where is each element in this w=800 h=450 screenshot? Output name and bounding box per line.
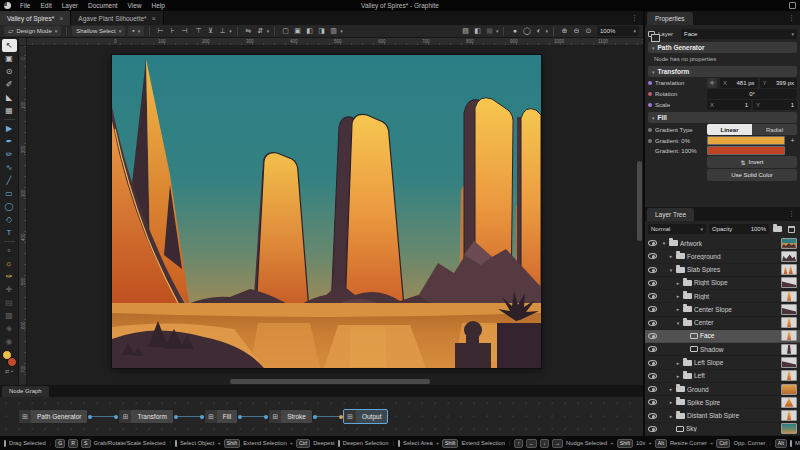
layer-tree-menu-dots-icon[interactable]: ⋮ bbox=[783, 207, 800, 221]
blend-mode-dropdown[interactable]: Normal ▾ bbox=[648, 224, 706, 234]
align-bottom-icon[interactable]: ⊥ bbox=[217, 26, 228, 36]
layer-row[interactable]: ▸Foreground bbox=[645, 250, 800, 263]
layer-name-dropdown[interactable]: Face ▾ bbox=[681, 29, 797, 39]
layer-row[interactable]: ▸Right Slope bbox=[645, 277, 800, 290]
visibility-toggle-icon[interactable] bbox=[648, 240, 657, 246]
visibility-toggle-icon[interactable] bbox=[648, 267, 657, 273]
flip-horizontal-icon[interactable]: ⇋ bbox=[243, 26, 254, 36]
layer-row[interactable]: ▾Artwork bbox=[645, 237, 800, 250]
expand-caret-icon[interactable]: ▸ bbox=[675, 280, 681, 286]
radial-option[interactable]: Radial bbox=[752, 124, 797, 135]
use-solid-color-button[interactable]: Use Solid Color bbox=[707, 169, 797, 181]
rotation-field[interactable]: 0° bbox=[707, 89, 797, 99]
zoom-level-dropdown[interactable]: 100% ▾ bbox=[597, 26, 639, 36]
input-dot-icon[interactable] bbox=[648, 103, 652, 107]
new-folder-icon[interactable] bbox=[772, 224, 783, 234]
swap-colors-icon[interactable]: ⇄ bbox=[5, 368, 9, 374]
scale-x-field[interactable]: X 1 bbox=[707, 100, 751, 110]
chevron-down-icon[interactable]: ▾ bbox=[267, 28, 270, 34]
input-dot-icon[interactable] bbox=[648, 92, 652, 96]
menu-file[interactable]: File bbox=[15, 0, 35, 11]
expand-caret-icon[interactable]: ▾ bbox=[661, 240, 667, 246]
spline-tool[interactable]: ∿ bbox=[2, 161, 17, 174]
opacity-slider[interactable]: Opacity 100% bbox=[709, 224, 769, 234]
visibility-toggle-icon[interactable] bbox=[648, 346, 657, 352]
visibility-toggle-icon[interactable] bbox=[648, 293, 657, 299]
boolean-difference-icon[interactable]: ▥ bbox=[328, 26, 339, 36]
input-dot-icon[interactable] bbox=[648, 139, 652, 143]
gradient-stop0-swatch[interactable] bbox=[707, 136, 785, 145]
ellipse-tool[interactable]: ◯ bbox=[2, 200, 17, 213]
properties-menu-dots-icon[interactable]: ⋮ bbox=[783, 11, 800, 25]
expand-caret-icon[interactable]: ▾ bbox=[668, 267, 674, 273]
section-transform[interactable]: ▾ Transform bbox=[648, 66, 797, 77]
expand-caret-icon[interactable]: ▸ bbox=[675, 360, 681, 366]
artboard[interactable] bbox=[112, 55, 541, 368]
canvas-area[interactable] bbox=[27, 46, 643, 385]
pen-tool[interactable]: ✒ bbox=[2, 135, 17, 148]
close-tab-icon[interactable]: × bbox=[152, 15, 156, 22]
node-output[interactable]: ⊞Output bbox=[343, 409, 389, 424]
menu-help[interactable]: Help bbox=[147, 0, 170, 11]
expand-caret-icon[interactable]: ▸ bbox=[668, 413, 674, 419]
view-mode-pixels-icon[interactable]: ◐ bbox=[533, 26, 544, 36]
artboard-tool[interactable]: ▣ bbox=[2, 52, 17, 65]
visibility-toggle-icon[interactable] bbox=[648, 253, 657, 259]
visibility-toggle-icon[interactable] bbox=[648, 280, 657, 286]
boolean-intersect-icon[interactable]: ◨ bbox=[316, 26, 327, 36]
scale-y-field[interactable]: Y 1 bbox=[753, 100, 797, 110]
frame-tool[interactable]: ▫ bbox=[2, 244, 17, 257]
document-tab[interactable]: Agave Plant Silhouette*× bbox=[71, 11, 163, 25]
graphite-logo-icon[interactable] bbox=[4, 2, 11, 9]
eyedropper-tool[interactable]: ✐ bbox=[2, 78, 17, 91]
layer-row[interactable]: Face bbox=[645, 330, 800, 343]
visibility-toggle-icon[interactable] bbox=[648, 373, 657, 379]
node-transform[interactable]: ⊞Transform bbox=[118, 409, 173, 424]
gradient-tool[interactable]: ▦ bbox=[2, 104, 17, 117]
node-stroke[interactable]: ⊞Stroke bbox=[268, 409, 313, 424]
menu-layer[interactable]: Layer bbox=[57, 0, 83, 11]
input-dot-icon[interactable] bbox=[648, 81, 652, 85]
linear-option[interactable]: Linear bbox=[707, 124, 752, 135]
menu-document[interactable]: Document bbox=[83, 0, 123, 11]
navigate-tool[interactable]: ⊙ bbox=[2, 65, 17, 78]
view-mode-normal-icon[interactable]: ● bbox=[509, 26, 520, 36]
horizontal-ruler[interactable]: 0100200300400500600700800900100011001200 bbox=[27, 38, 643, 46]
layer-row[interactable]: Sky bbox=[645, 423, 800, 436]
menu-view[interactable]: View bbox=[123, 0, 147, 11]
input-dot-icon[interactable] bbox=[648, 128, 652, 132]
align-left-icon[interactable]: ⊢ bbox=[155, 26, 166, 36]
expand-caret-icon[interactable]: ▸ bbox=[668, 399, 674, 405]
canvas-menu-dots-icon[interactable]: ⋮ bbox=[626, 11, 643, 25]
section-path-generator[interactable]: ▾ Path Generator bbox=[648, 42, 797, 53]
visibility-toggle-icon[interactable] bbox=[648, 333, 657, 339]
expand-caret-icon[interactable]: ▸ bbox=[668, 386, 674, 392]
selection-mode-dropdown[interactable]: Shallow Select ▾ bbox=[72, 26, 125, 36]
layer-row[interactable]: ▸Distant Slab Spire bbox=[645, 409, 800, 422]
path-tool[interactable]: ▶ bbox=[2, 122, 17, 135]
horizontal-scrollbar[interactable] bbox=[230, 379, 430, 384]
grid-toggle-icon[interactable]: ▦ bbox=[484, 26, 495, 36]
layer-row[interactable]: ▾Slab Spires bbox=[645, 264, 800, 277]
expand-caret-icon[interactable]: ▸ bbox=[675, 306, 681, 312]
flip-vertical-icon[interactable]: ⇵ bbox=[255, 26, 266, 36]
artwork-canvas[interactable] bbox=[112, 55, 541, 368]
polygon-tool[interactable]: ◇ bbox=[2, 213, 17, 226]
zoom-in-icon[interactable]: ⊕ bbox=[559, 26, 570, 36]
layer-row[interactable]: ▸Left bbox=[645, 370, 800, 383]
pivot-icon[interactable]: ✛ bbox=[707, 78, 717, 88]
visibility-toggle-icon[interactable] bbox=[648, 426, 657, 432]
zoom-out-icon[interactable]: ⊖ bbox=[571, 26, 582, 36]
translation-x-field[interactable]: X 481 px bbox=[720, 78, 758, 88]
fullscreen-icon[interactable] bbox=[789, 2, 796, 9]
invert-button[interactable]: ⇅ Invert bbox=[707, 156, 797, 168]
layer-row[interactable]: ▸Ground bbox=[645, 383, 800, 396]
rectangle-tool[interactable]: ▭ bbox=[2, 187, 17, 200]
reset-colors-icon[interactable]: ▪ bbox=[11, 368, 13, 374]
translation-y-field[interactable]: Y 399 px bbox=[760, 78, 798, 88]
selection-options-dropdown[interactable]: ▪ ▾ bbox=[128, 26, 144, 36]
layer-row[interactable]: ▸Spike Spire bbox=[645, 396, 800, 409]
gradient-stop100-swatch[interactable] bbox=[707, 146, 785, 155]
chevron-down-icon[interactable]: ▾ bbox=[340, 28, 343, 34]
vertical-scrollbar[interactable] bbox=[637, 161, 642, 241]
